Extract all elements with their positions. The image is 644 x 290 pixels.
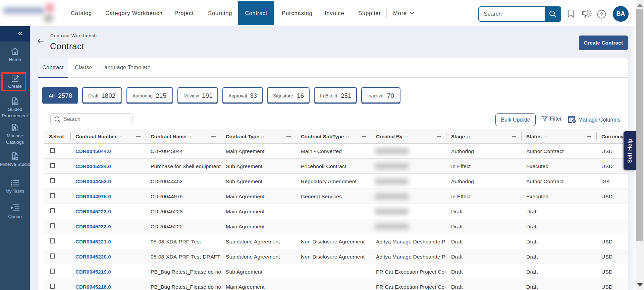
svg-text:?: ? xyxy=(600,11,603,18)
